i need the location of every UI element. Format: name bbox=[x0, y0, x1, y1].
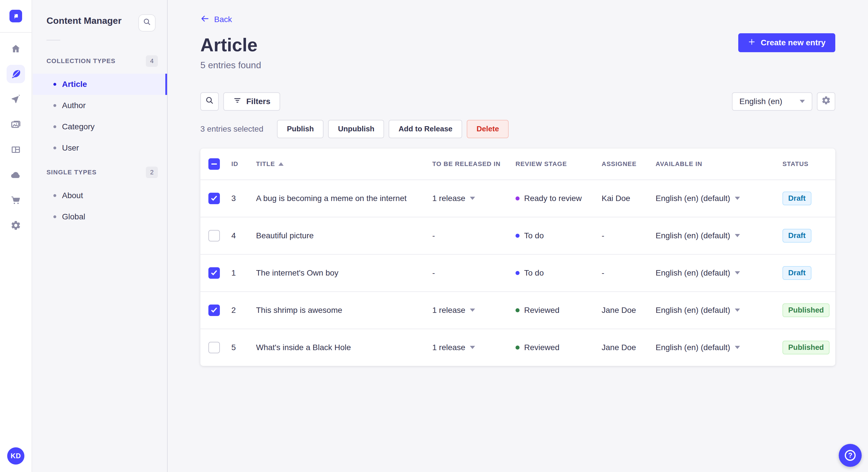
cell-id: 5 bbox=[229, 343, 254, 352]
section-count-badge: 4 bbox=[146, 55, 158, 67]
bullet-icon bbox=[53, 125, 56, 128]
stage-label: Ready to review bbox=[524, 194, 582, 203]
column-header-available-in: AVAILABLE IN bbox=[653, 160, 780, 168]
table-row[interactable]: 1The internet's Own boy-To do-English (e… bbox=[200, 254, 835, 291]
search-button[interactable] bbox=[200, 92, 219, 111]
cell-available-in: English (en) (default) bbox=[653, 306, 780, 315]
release-dropdown-icon[interactable] bbox=[470, 308, 475, 312]
settings-gear-icon[interactable] bbox=[7, 216, 25, 235]
main-content: Back Article 5 entries found Create new … bbox=[168, 0, 868, 472]
plus-icon bbox=[748, 38, 755, 47]
status-badge: Published bbox=[782, 303, 830, 317]
single-types-section: SINGLE TYPES 2 About Global bbox=[33, 167, 167, 227]
locale-value: English (en) (default) bbox=[656, 306, 730, 315]
subnav-search-button[interactable] bbox=[138, 14, 156, 32]
row-checkbox[interactable] bbox=[208, 230, 220, 241]
back-link[interactable]: Back bbox=[200, 14, 232, 25]
help-button[interactable]: ? bbox=[839, 444, 862, 467]
select-all-checkbox[interactable] bbox=[208, 158, 220, 170]
cell-status: Published bbox=[780, 303, 835, 317]
stage-label: To do bbox=[524, 231, 544, 240]
table-row[interactable]: 5What's inside a Black Hole1 releaseRevi… bbox=[200, 329, 835, 366]
unpublish-button[interactable]: Unpublish bbox=[328, 120, 384, 138]
sidebar-item-author[interactable]: Author bbox=[33, 95, 167, 116]
cell-assignee: Kai Doe bbox=[599, 194, 653, 203]
home-icon[interactable] bbox=[7, 40, 25, 58]
sidebar-item-global[interactable]: Global bbox=[33, 206, 167, 227]
search-icon bbox=[205, 96, 214, 107]
locale-dropdown-icon[interactable] bbox=[735, 234, 740, 237]
locale-dropdown-icon[interactable] bbox=[735, 346, 740, 349]
row-checkbox[interactable] bbox=[208, 193, 220, 204]
cell-assignee: Jane Doe bbox=[599, 306, 653, 315]
table-row[interactable]: 3A bug is becoming a meme on the interne… bbox=[200, 179, 835, 217]
gear-icon bbox=[821, 96, 831, 107]
content-manager-icon[interactable] bbox=[7, 65, 25, 83]
column-header-title[interactable]: TITLE bbox=[254, 160, 430, 168]
deploy-cloud-icon[interactable] bbox=[7, 166, 25, 184]
row-checkbox-cell bbox=[200, 342, 229, 353]
status-badge: Draft bbox=[782, 229, 811, 243]
row-checkbox-cell bbox=[200, 305, 229, 316]
delete-button[interactable]: Delete bbox=[467, 120, 508, 138]
arrow-left-icon bbox=[200, 14, 210, 25]
release-value: 1 release bbox=[432, 194, 465, 203]
locale-dropdown-icon[interactable] bbox=[735, 271, 740, 274]
locale-dropdown-icon[interactable] bbox=[735, 308, 740, 312]
bullet-icon bbox=[53, 215, 56, 218]
locale-select[interactable]: English (en) bbox=[732, 92, 812, 111]
row-checkbox[interactable] bbox=[208, 267, 220, 279]
table-row[interactable]: 4Beautiful picture-To do-English (en) (d… bbox=[200, 217, 835, 254]
table-row[interactable]: 2This shrimp is awesome1 releaseReviewed… bbox=[200, 291, 835, 329]
status-badge: Draft bbox=[782, 192, 811, 205]
release-dropdown-icon[interactable] bbox=[470, 346, 475, 349]
cell-title: What's inside a Black Hole bbox=[254, 343, 430, 352]
chevron-down-icon bbox=[800, 100, 805, 103]
cell-available-in: English (en) (default) bbox=[653, 343, 780, 352]
row-checkbox-cell bbox=[200, 267, 229, 279]
cell-title: The internet's Own boy bbox=[254, 268, 430, 278]
sidebar-item-about[interactable]: About bbox=[33, 185, 167, 206]
filters-button[interactable]: Filters bbox=[223, 92, 280, 111]
sidebar-item-user[interactable]: User bbox=[33, 137, 167, 159]
content-manager-subnav: Content Manager COLLECTION TYPES 4 Artic… bbox=[33, 0, 167, 472]
cell-available-in: English (en) (default) bbox=[653, 268, 780, 278]
create-new-entry-button[interactable]: Create new entry bbox=[738, 33, 835, 52]
cell-assignee: - bbox=[599, 268, 653, 278]
sidebar-item-category[interactable]: Category bbox=[33, 116, 167, 137]
main-nav-rail: KD bbox=[0, 0, 32, 472]
content-type-builder-icon[interactable] bbox=[7, 140, 25, 159]
indeterminate-icon bbox=[211, 164, 217, 165]
publish-button[interactable]: Publish bbox=[277, 120, 323, 138]
stage-label: Reviewed bbox=[524, 343, 559, 352]
release-dropdown-icon[interactable] bbox=[470, 197, 475, 200]
release-value: 1 release bbox=[432, 306, 465, 315]
check-icon bbox=[211, 306, 217, 312]
check-icon bbox=[211, 194, 217, 201]
view-settings-button[interactable] bbox=[817, 92, 835, 111]
row-checkbox[interactable] bbox=[208, 305, 220, 316]
entries-table: ID TITLE TO BE RELEASED IN REVIEW STAGE … bbox=[200, 148, 835, 366]
cell-status: Draft bbox=[780, 229, 835, 243]
row-checkbox[interactable] bbox=[208, 342, 220, 353]
check-icon bbox=[211, 269, 217, 275]
cell-status: Draft bbox=[780, 192, 835, 205]
releases-icon[interactable] bbox=[7, 90, 25, 108]
cell-id: 3 bbox=[229, 194, 254, 203]
row-checkbox-cell bbox=[200, 193, 229, 204]
locale-dropdown-icon[interactable] bbox=[735, 197, 740, 200]
add-to-release-button[interactable]: Add to Release bbox=[389, 120, 462, 138]
bullet-icon bbox=[53, 104, 56, 107]
strapi-logo[interactable] bbox=[0, 0, 32, 33]
cell-id: 4 bbox=[229, 231, 254, 240]
release-value: 1 release bbox=[432, 343, 465, 352]
cell-title: Beautiful picture bbox=[254, 231, 430, 240]
strapi-admin-app: KD Content Manager COLLECTION TYPES 4 Ar… bbox=[0, 0, 868, 472]
marketplace-cart-icon[interactable] bbox=[7, 191, 25, 209]
avatar[interactable]: KD bbox=[7, 447, 24, 465]
stage-dot bbox=[516, 234, 520, 238]
cell-review-stage: Reviewed bbox=[513, 306, 599, 315]
media-library-icon[interactable] bbox=[7, 115, 25, 134]
sidebar-item-article[interactable]: Article bbox=[33, 74, 167, 95]
cell-status: Published bbox=[780, 341, 835, 355]
